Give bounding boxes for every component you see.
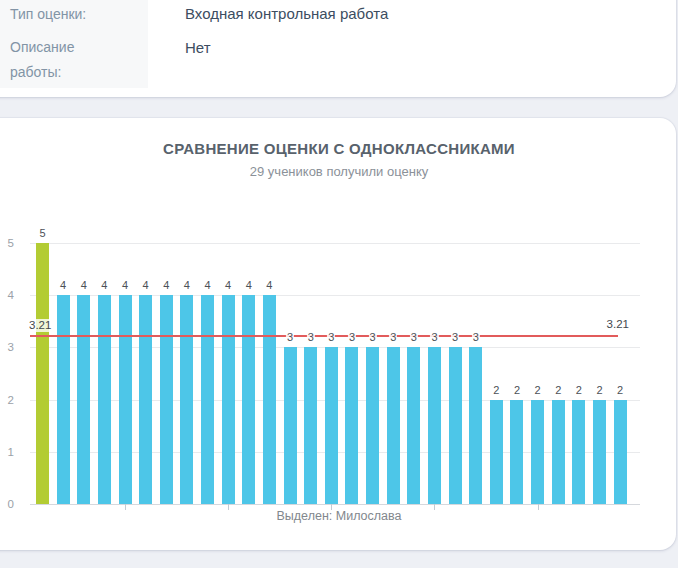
chart-bar[interactable] — [345, 347, 358, 504]
chart-bar[interactable] — [57, 295, 70, 504]
chart-bar[interactable] — [387, 347, 400, 504]
chart-bar[interactable] — [469, 347, 482, 504]
bar-value-label: 4 — [162, 279, 170, 292]
chart-bar[interactable] — [222, 295, 235, 504]
chart-bar[interactable] — [428, 347, 441, 504]
chart-bar[interactable] — [407, 347, 420, 504]
highlighted-student-caption: Выделен: Милослава — [0, 509, 678, 523]
chart-bar[interactable] — [366, 347, 379, 504]
chart-bar[interactable] — [77, 295, 90, 504]
bar-value-label: 2 — [534, 384, 542, 397]
average-value-label-right: 3.21 — [606, 318, 630, 331]
bar-value-label: 3 — [369, 331, 377, 344]
bar-value-label: 3 — [327, 331, 335, 344]
bar-value-label: 3 — [472, 331, 480, 344]
y-axis-label: 3 — [0, 340, 14, 354]
bar-value-label: 4 — [121, 279, 129, 292]
chart-bar[interactable] — [263, 295, 276, 504]
bar-value-label: 4 — [265, 279, 273, 292]
bar-value-label: 4 — [142, 279, 150, 292]
chart-bar-highlighted[interactable] — [36, 243, 49, 504]
bar-value-label: 4 — [224, 279, 232, 292]
bar-value-label: 3 — [410, 331, 418, 344]
chart-bar[interactable] — [119, 295, 132, 504]
chart-bar[interactable] — [593, 400, 606, 504]
bar-value-label: 3 — [389, 331, 397, 344]
bar-value-label: 3 — [451, 331, 459, 344]
average-line — [30, 335, 618, 337]
bar-value-label: 2 — [554, 384, 562, 397]
chart-bar[interactable] — [572, 400, 585, 504]
bar-value-label: 2 — [575, 384, 583, 397]
chart-bar[interactable] — [139, 295, 152, 504]
bar-value-label: 2 — [595, 384, 603, 397]
grade-type-value: Входная контрольная работа — [185, 1, 388, 26]
chart-bar[interactable] — [531, 400, 544, 504]
chart-bar[interactable] — [552, 400, 565, 504]
work-description-value: Нет — [185, 35, 211, 60]
chart-bar[interactable] — [160, 295, 173, 504]
chart-bar[interactable] — [284, 347, 297, 504]
chart-bar[interactable] — [180, 295, 193, 504]
bar-value-label: 4 — [100, 279, 108, 292]
bar-value-label: 4 — [245, 279, 253, 292]
y-axis-label: 5 — [0, 236, 14, 250]
bar-value-label: 3 — [307, 331, 315, 344]
bar-value-label: 3 — [348, 331, 356, 344]
bar-value-label: 4 — [80, 279, 88, 292]
chart-bar[interactable] — [510, 400, 523, 504]
bar-chart: 012345544444444444333333333322222223.213… — [0, 118, 676, 550]
chart-bar[interactable] — [490, 400, 503, 504]
chart-bar[interactable] — [449, 347, 462, 504]
y-axis-label: 4 — [0, 288, 14, 302]
bar-value-label: 5 — [38, 227, 46, 240]
bar-value-label: 3 — [430, 331, 438, 344]
bar-value-label: 4 — [183, 279, 191, 292]
grade-info-card: Тип оценки: Входная контрольная работа О… — [0, 0, 676, 97]
bar-value-label: 2 — [616, 384, 624, 397]
comparison-chart-card: СРАВНЕНИЕ ОЦЕНКИ С ОДНОКЛАССНИКАМИ 29 уч… — [0, 118, 676, 550]
chart-bar[interactable] — [325, 347, 338, 504]
chart-bar[interactable] — [201, 295, 214, 504]
y-axis-label: 1 — [0, 445, 14, 459]
bar-value-label: 4 — [59, 279, 67, 292]
chart-bar[interactable] — [304, 347, 317, 504]
chart-bar[interactable] — [242, 295, 255, 504]
y-axis-label: 2 — [0, 393, 14, 407]
average-value-label-left: 3.21 — [28, 319, 52, 332]
bar-value-label: 4 — [203, 279, 211, 292]
grid-line — [30, 243, 640, 244]
work-description-label: Описание работы: — [10, 35, 110, 85]
bar-value-label: 2 — [492, 384, 500, 397]
x-axis-line — [30, 504, 640, 505]
grade-type-label: Тип оценки: — [10, 2, 86, 27]
bar-value-label: 3 — [286, 331, 294, 344]
bar-value-label: 2 — [513, 384, 521, 397]
chart-bar[interactable] — [614, 400, 627, 504]
chart-bar[interactable] — [98, 295, 111, 504]
